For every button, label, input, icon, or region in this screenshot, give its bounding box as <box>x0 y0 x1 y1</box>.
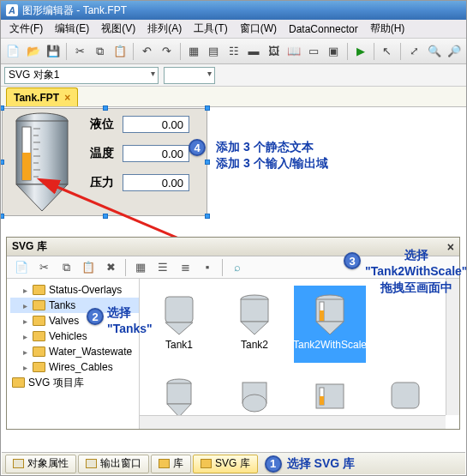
tab-svg-library[interactable]: SVG 库 <box>193 455 258 473</box>
lib-view-large-icon[interactable]: ▦ <box>131 258 150 277</box>
marker-3-text: 选择 "Tank2WithScale" 拖拽至画面中 <box>365 247 467 296</box>
save-icon[interactable]: 💾 <box>45 42 62 61</box>
gallery-item[interactable] <box>143 370 215 415</box>
resize-handle[interactable] <box>205 214 210 219</box>
lib-view-detail-icon[interactable]: ≣ <box>176 258 195 277</box>
tree-item[interactable]: ▸Wires_Cables <box>10 359 139 375</box>
menu-file[interactable]: 文件(F) <box>4 20 48 38</box>
book-icon[interactable]: 📖 <box>284 42 302 61</box>
gallery-item-tank2withscale[interactable]: Tank2WithScale <box>294 286 366 363</box>
resize-handle[interactable] <box>0 160 4 165</box>
gallery-item[interactable]: Tank2 <box>219 286 290 363</box>
pointer-icon[interactable]: ↖ <box>379 42 396 61</box>
tab-output-window[interactable]: 输出窗口 <box>78 455 149 473</box>
resize-handle[interactable] <box>103 105 108 111</box>
svg-marker-2 <box>16 184 68 211</box>
tree-label: Valves <box>49 315 79 327</box>
gallery-item[interactable] <box>369 370 441 415</box>
grid-icon[interactable]: ▤ <box>205 42 222 61</box>
redo-icon[interactable]: ↷ <box>158 42 175 61</box>
tab-library[interactable]: 库 <box>151 455 191 473</box>
resize-handle[interactable] <box>103 214 108 219</box>
library-gallery[interactable]: Tank1 Tank2 Tank2WithScale <box>140 279 446 415</box>
toolbar-sep <box>222 259 223 276</box>
menu-edit[interactable]: 编辑(E) <box>50 20 94 38</box>
tab-label: SVG 库 <box>215 456 250 471</box>
marker-2-text: 选择 "Tanks" <box>107 304 153 337</box>
menu-dataconnector[interactable]: DataConnector <box>284 21 363 37</box>
input-temp[interactable] <box>123 145 189 162</box>
resize-handle[interactable] <box>205 160 210 165</box>
toolbar-sep <box>374 43 374 60</box>
input-pressure[interactable] <box>123 174 189 191</box>
input-level[interactable] <box>123 116 189 133</box>
tree-root[interactable]: SVG 项目库 <box>10 375 139 390</box>
lib-view-small-icon[interactable]: ▪ <box>198 258 217 277</box>
svg-rect-31 <box>320 396 324 405</box>
tree-label: Vehicles <box>49 330 87 342</box>
resize-handle[interactable] <box>205 105 210 111</box>
lib-cut-icon[interactable]: ✂ <box>34 258 53 277</box>
tree-label: Status-Overlays <box>49 284 122 296</box>
copy-icon[interactable]: ⧉ <box>91 42 108 61</box>
layers-icon[interactable]: ☷ <box>225 42 242 61</box>
gallery-item-label: Tank2 <box>241 340 268 351</box>
toolbar-sep <box>180 43 181 60</box>
zoomfit-icon[interactable]: ⤢ <box>405 42 422 61</box>
zoomout-icon[interactable]: 🔎 <box>446 42 463 61</box>
zoom-combo[interactable] <box>164 67 215 84</box>
resize-handle[interactable] <box>0 105 4 111</box>
undo-icon[interactable]: ↶ <box>138 42 155 61</box>
tab-close-icon[interactable]: × <box>64 92 70 104</box>
gallery-item-label: Tank2WithScale <box>293 340 367 351</box>
object-selector[interactable]: SVG 对象1 <box>4 67 159 84</box>
cut-icon[interactable]: ✂ <box>71 42 88 61</box>
tree-item[interactable]: ▸Water_Wastewate <box>10 344 139 359</box>
menu-view[interactable]: 视图(V) <box>96 20 141 38</box>
svg-rect-14 <box>165 297 193 322</box>
gallery-item[interactable] <box>294 370 366 415</box>
title-bar: A 图形编辑器 - Tank.FPT <box>1 1 466 20</box>
folder-icon <box>33 316 45 326</box>
paste-icon[interactable]: 📋 <box>111 42 129 61</box>
menu-tools[interactable]: 工具(T) <box>189 20 232 38</box>
document-tabs: Tank.FPT × <box>1 87 466 107</box>
library-tree[interactable]: ▸Status-Overlays ▸Tanks ▸Valves ▸Vehicle… <box>7 279 140 429</box>
image-icon[interactable]: 🖼 <box>265 42 282 61</box>
marker-4-text: 添加 3 个静态文本 添加 3 个输入/输出域 <box>216 139 328 172</box>
new-icon[interactable]: 📄 <box>4 42 21 61</box>
svg-marker-18 <box>241 322 268 334</box>
tree-label: SVG 项目库 <box>28 376 84 390</box>
lib-paste-icon[interactable]: 📋 <box>79 258 98 277</box>
window-icon[interactable]: ▣ <box>325 42 342 61</box>
gallery-item[interactable]: Tank1 <box>143 286 215 363</box>
align-icon[interactable]: ▬ <box>245 42 262 61</box>
tab-object-properties[interactable]: 对象属性 <box>5 455 76 473</box>
menu-arrange[interactable]: 排列(A) <box>142 20 187 38</box>
label-pressure: 压力 <box>83 175 114 190</box>
canvas-object[interactable]: 液位 温度 压力 <box>2 108 207 216</box>
resize-handle[interactable] <box>0 214 4 219</box>
menu-help[interactable]: 帮助(H) <box>365 20 410 38</box>
tank-graphic[interactable] <box>11 111 73 214</box>
tree-item[interactable]: ▸Status-Overlays <box>10 282 139 298</box>
svg-marker-23 <box>316 322 344 334</box>
marker-2-line2: "Tanks" <box>107 321 153 337</box>
run-icon[interactable]: ▶ <box>351 42 368 61</box>
table-icon[interactable]: ▦ <box>185 42 202 61</box>
lib-delete-icon[interactable]: ✖ <box>101 258 120 277</box>
open-icon[interactable]: 📂 <box>24 42 41 61</box>
lib-view-list-icon[interactable]: ☰ <box>153 258 172 277</box>
marker-4-line2: 添加 3 个输入/输出域 <box>216 155 328 172</box>
zoomin-icon[interactable]: 🔍 <box>425 42 442 61</box>
gallery-scrollbar-v[interactable] <box>446 279 459 415</box>
lib-copy-icon[interactable]: ⧉ <box>57 258 75 277</box>
palette-icon[interactable]: ▭ <box>305 42 322 61</box>
lib-new-icon[interactable]: 📄 <box>12 258 31 277</box>
lib-find-icon[interactable]: ⌕ <box>228 258 247 277</box>
document-tab[interactable]: Tank.FPT × <box>6 87 78 106</box>
gallery-item[interactable] <box>219 370 290 415</box>
menu-window[interactable]: 窗口(W) <box>235 20 282 38</box>
toolbar-sep <box>347 43 348 60</box>
gallery-scrollbar-h[interactable] <box>140 415 446 429</box>
